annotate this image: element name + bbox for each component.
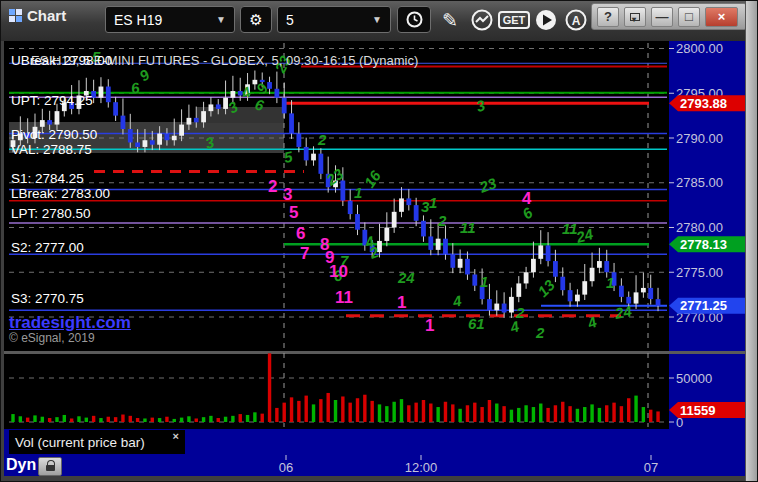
play-icon [535,9,557,31]
play-button[interactable] [533,8,559,32]
volume-bar [261,414,264,422]
svg-text:A: A [572,14,581,28]
minimize-button[interactable]: — [651,7,673,27]
pivot-level-label: UPT: 2794.25 [11,93,93,108]
candle-body [450,254,455,267]
volume-bar [283,403,286,422]
volume-bar [26,418,29,422]
candle-body [179,125,184,136]
close-pane-icon[interactable]: × [173,430,179,442]
green-count-label: 2 [437,212,447,229]
time-templates-button[interactable] [397,6,431,33]
magenta-count-label: 10 [329,262,348,281]
volume-bar [429,404,432,422]
candle-body [568,290,573,301]
price-axis-label: 2775.00 [676,265,723,280]
candle-body [472,274,477,285]
pivot-level-label: Pivot: 2790.50 [11,127,97,142]
dyn-mode-label: Dyn [6,456,36,474]
volume-bar [510,410,513,422]
candle-body [231,91,236,98]
candle-body [421,221,426,237]
candle-body [538,245,543,258]
volume-bar [458,409,461,422]
volume-bar [195,418,198,422]
alerts-button[interactable]: A [563,8,589,32]
volume-bar [348,403,351,422]
price-axis-label: 2790.00 [676,131,723,146]
candle-body [187,118,192,125]
candle-body [575,295,580,302]
price-badge-text: 2771.25 [680,298,727,313]
dock-icon [630,13,640,21]
dock-button[interactable] [624,7,646,27]
volume-bar [173,419,176,422]
symbol-combo[interactable]: ES H19 ▼ [105,6,235,33]
interval-combo[interactable]: 5 ▼ [277,6,391,33]
volume-bar [634,396,637,422]
time-lock-button[interactable] [38,457,62,476]
volume-bar [385,406,388,422]
volume-bar [466,405,469,422]
volume-bar [297,401,300,422]
right-scrollbar[interactable] [745,1,757,482]
help-button[interactable]: ? [597,7,619,27]
candle-body [135,142,140,146]
volume-axis-label: 50000 [676,371,712,386]
candle-body [553,261,558,277]
candle-body [311,154,316,161]
candle-body [40,120,45,127]
candle-body [604,261,609,272]
volume-pane-tab[interactable]: Vol (current price bar) × [9,430,185,454]
candle-body [274,89,279,98]
a-circle-icon: A [565,9,587,31]
volume-bar [554,405,557,422]
volume-bar [114,417,117,422]
price-axis-label: 2780.00 [676,220,723,235]
volume-bar [85,418,88,422]
settings-button[interactable]: ⚙ [240,6,272,33]
close-button[interactable]: × [705,7,738,27]
green-count-label: 1 [480,273,488,290]
volume-bar [48,418,51,422]
pivot-level-label: VAL: 2788.75 [11,142,92,157]
candle-body [392,212,397,228]
time-axis-label: 12:00 [405,460,438,475]
chart-canvas: 5963469323252316113276241111146123324624… [1,1,758,482]
volume-bar [11,414,14,422]
green-count-label: 1 [606,274,614,291]
volume-bar [436,407,439,422]
volume-bar [473,403,476,422]
candle-body [406,198,411,205]
volume-bar [239,414,242,422]
candle-body [648,288,653,299]
volume-bar [642,407,645,422]
volume-bar [77,416,80,422]
pivot-level-label: S2: 2777.00 [11,240,84,255]
volume-bar [656,411,659,422]
volume-bar [209,416,212,422]
chart-window: 5963469323252316113276241111146123324624… [0,0,758,482]
get-data-button[interactable]: GET [501,8,527,32]
draw-tools-button[interactable]: ✎ [437,8,463,32]
studies-button[interactable] [469,8,495,32]
candle-body [194,118,199,122]
maximize-button[interactable]: □ [678,7,700,27]
volume-bar [590,404,593,422]
get-label: GET [498,11,531,29]
candle-body [201,111,206,122]
window-controls: ? — □ × [591,3,747,30]
volume-bar [414,403,417,422]
volume-bar [546,408,549,422]
volume-bar [143,418,146,422]
pivot-level-label: S3: 2770.75 [11,291,84,306]
pane-divider [4,351,747,354]
candle-body [106,87,111,103]
candle-body [428,236,433,249]
green-count-label: 24 [397,269,415,286]
watermark-link[interactable]: tradesight.com [9,313,131,333]
candle-body [355,214,360,230]
volume-bar [378,404,381,422]
candle-body [458,259,463,268]
candle-body [99,87,104,98]
